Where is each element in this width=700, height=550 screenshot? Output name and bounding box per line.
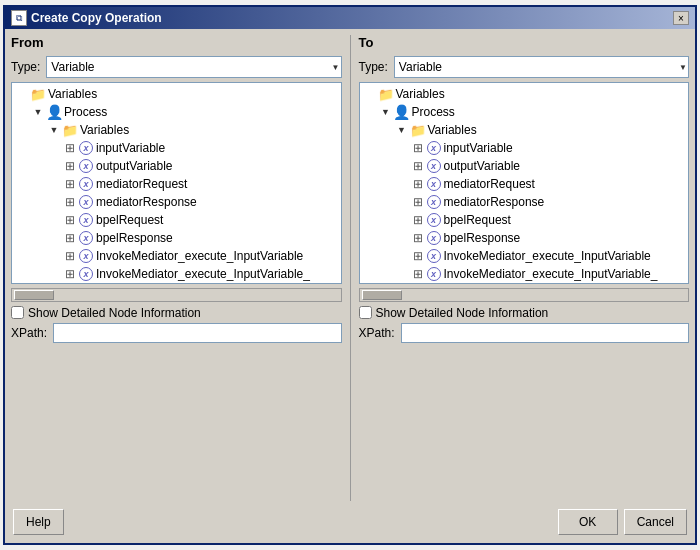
help-button[interactable]: Help <box>13 509 64 535</box>
tree-row[interactable]: ⊞ x outputVariable <box>362 157 687 175</box>
node-label: bpelRequest <box>96 213 163 227</box>
from-scrollbar[interactable] <box>11 288 342 302</box>
tree-row[interactable]: 📁 Variables <box>362 85 687 103</box>
folder-icon: 📁 <box>378 86 394 102</box>
from-show-detail-checkbox[interactable] <box>11 306 24 319</box>
expander-icon: ⊞ <box>62 140 78 156</box>
node-label: mediatorResponse <box>96 195 197 209</box>
expander-icon: ⊞ <box>62 194 78 210</box>
expander-icon: ⊞ <box>410 158 426 174</box>
to-scrollbar[interactable] <box>359 288 690 302</box>
tree-row[interactable]: ▼ 📁 Variables <box>14 121 339 139</box>
tree-row[interactable]: ⊞ x mediatorRequest <box>14 175 339 193</box>
tree-row[interactable]: ⊞ x mediatorResponse <box>14 193 339 211</box>
variable-icon: x <box>78 176 94 192</box>
expander-icon: ⊞ <box>410 140 426 156</box>
panel-divider <box>350 35 351 501</box>
tree-row[interactable]: ⊞ x bpelResponse <box>14 229 339 247</box>
tree-row[interactable]: ⊞ x bpelRequest <box>14 211 339 229</box>
node-label: Variables <box>80 123 129 137</box>
scrollbar-thumb[interactable] <box>362 290 402 300</box>
tree-row[interactable]: ⊞ x InvokeMediator_execute_InputVariable… <box>362 265 687 283</box>
from-xpath-row: XPath: <box>11 323 342 343</box>
variable-icon: x <box>426 248 442 264</box>
to-xpath-row: XPath: <box>359 323 690 343</box>
tree-row[interactable]: ⊞ x InvokeMediator_execute_InputVariable <box>14 247 339 265</box>
to-tree[interactable]: 📁 Variables ▼ 👤 Process ▼ <box>359 82 690 284</box>
variable-icon: x <box>78 212 94 228</box>
from-tree[interactable]: 📁 Variables ▼ 👤 Process ▼ <box>11 82 342 284</box>
close-button[interactable]: × <box>673 11 689 25</box>
tree-row[interactable]: ⊞ x InvokeMediator_execute_InputVariable <box>362 247 687 265</box>
from-title: From <box>11 35 342 50</box>
tree-row[interactable]: ▼ 👤 Process <box>14 103 339 121</box>
tree-row[interactable]: ▼ 👤 Process <box>362 103 687 121</box>
expander-icon: ⊞ <box>62 230 78 246</box>
node-label: mediatorResponse <box>444 195 545 209</box>
tree-row[interactable]: ⊞ x mediatorResponse <box>362 193 687 211</box>
variable-icon: x <box>78 158 94 174</box>
expander-icon: ⊞ <box>410 266 426 282</box>
from-show-detail-label: Show Detailed Node Information <box>28 306 201 320</box>
expander-icon: ▼ <box>394 122 410 138</box>
to-type-row: Type: Variable Expression Literal ▼ <box>359 56 690 78</box>
tree-row[interactable]: ▼ 📁 Variables <box>362 121 687 139</box>
tree-row[interactable]: ⊞ x InvokeMediator_execute_InputVariable… <box>14 265 339 283</box>
create-copy-dialog: ⧉ Create Copy Operation × From Type: Var… <box>3 5 697 545</box>
node-label: bpelResponse <box>444 231 521 245</box>
expander-icon: ⊞ <box>410 176 426 192</box>
buttons-row: Help OK Cancel <box>11 505 689 537</box>
variable-icon: x <box>426 212 442 228</box>
node-label: InvokeMediator_execute_InputVariable <box>444 249 651 263</box>
tree-row[interactable]: ▼ ⧈ Scope - CallMediator <box>14 283 339 284</box>
to-show-detail-label: Show Detailed Node Information <box>376 306 549 320</box>
to-title: To <box>359 35 690 50</box>
node-label: bpelRequest <box>444 213 511 227</box>
tree-row[interactable]: ▼ ⧈ Scope - CallMediator <box>362 283 687 284</box>
variable-icon: x <box>78 194 94 210</box>
node-label: Variables <box>428 123 477 137</box>
expander-icon: ⊞ <box>62 176 78 192</box>
panels-row: From Type: Variable Expression Literal ▼ <box>11 35 689 501</box>
tree-row[interactable]: ⊞ x inputVariable <box>14 139 339 157</box>
tree-row[interactable]: ⊞ x bpelRequest <box>362 211 687 229</box>
to-xpath-input[interactable] <box>401 323 690 343</box>
to-type-select-wrapper[interactable]: Variable Expression Literal ▼ <box>394 56 689 78</box>
to-type-select[interactable]: Variable Expression Literal <box>394 56 689 78</box>
variable-icon: x <box>426 140 442 156</box>
variable-icon: x <box>78 248 94 264</box>
tree-row[interactable]: ⊞ x inputVariable <box>362 139 687 157</box>
from-xpath-label: XPath: <box>11 326 49 340</box>
expander-icon: ⊞ <box>410 248 426 264</box>
expander-icon <box>362 86 378 102</box>
expander-icon: ⊞ <box>62 266 78 282</box>
tree-row[interactable]: ⊞ x outputVariable <box>14 157 339 175</box>
node-label: InvokeMediator_execute_InputVariable_ <box>96 267 310 281</box>
scrollbar-thumb[interactable] <box>14 290 54 300</box>
tree-row[interactable]: ⊞ x bpelResponse <box>362 229 687 247</box>
expander-icon: ⊞ <box>62 248 78 264</box>
from-xpath-input[interactable] <box>53 323 342 343</box>
process-icon: 👤 <box>394 104 410 120</box>
from-type-row: Type: Variable Expression Literal ▼ <box>11 56 342 78</box>
process-icon: 👤 <box>46 104 62 120</box>
ok-button[interactable]: OK <box>558 509 618 535</box>
from-type-select-wrapper[interactable]: Variable Expression Literal ▼ <box>46 56 341 78</box>
variable-icon: x <box>426 194 442 210</box>
to-show-detail-checkbox[interactable] <box>359 306 372 319</box>
expander-icon: ⊞ <box>62 158 78 174</box>
node-label: Process <box>64 105 107 119</box>
from-type-select[interactable]: Variable Expression Literal <box>46 56 341 78</box>
cancel-button[interactable]: Cancel <box>624 509 687 535</box>
tree-row[interactable]: 📁 Variables <box>14 85 339 103</box>
node-label: Variables <box>48 87 97 101</box>
from-bottom-panel: Show Detailed Node Information XPath: <box>11 306 342 502</box>
title-bar: ⧉ Create Copy Operation × <box>5 7 695 29</box>
node-label: Process <box>412 105 455 119</box>
tree-row[interactable]: ⊞ x mediatorRequest <box>362 175 687 193</box>
from-show-detail-row: Show Detailed Node Information <box>11 306 342 320</box>
from-panel: From Type: Variable Expression Literal ▼ <box>11 35 342 501</box>
variable-icon: x <box>426 266 442 282</box>
variable-icon: x <box>426 230 442 246</box>
dialog-body: From Type: Variable Expression Literal ▼ <box>5 29 695 543</box>
